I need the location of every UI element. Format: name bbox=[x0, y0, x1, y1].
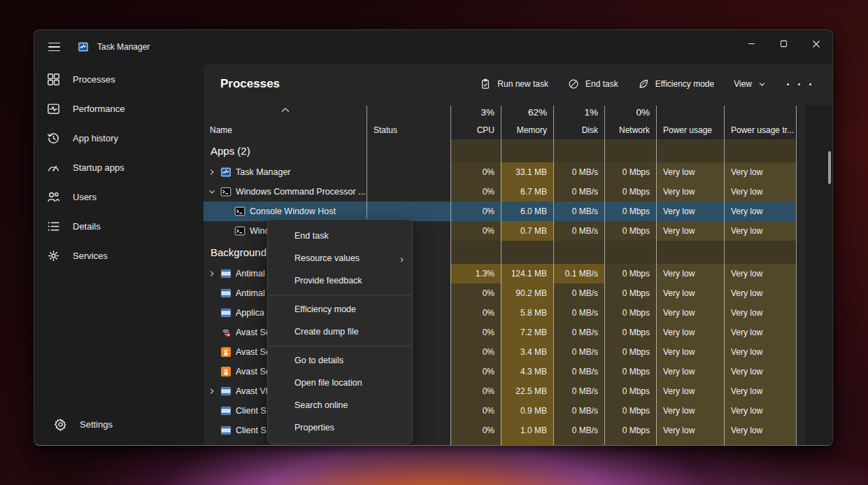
sidebar-item-label: App history bbox=[73, 133, 118, 143]
column-header-power[interactable]: Power usage bbox=[656, 106, 724, 139]
scrollbar-thumb[interactable] bbox=[828, 151, 831, 184]
sidebar-item-app-history[interactable]: App history bbox=[41, 124, 197, 152]
sidebar-item-label: Users bbox=[73, 192, 97, 202]
memory-cell: 22.5 MB bbox=[501, 381, 553, 401]
process-name: Antimal bbox=[236, 269, 265, 279]
network-cell: 0 Mbps bbox=[604, 362, 656, 381]
name-cell: Windows Command Processor ... bbox=[204, 182, 367, 202]
trend-cell bbox=[724, 241, 796, 264]
chevron-placeholder bbox=[206, 346, 218, 358]
sidebar-item-startup-apps[interactable]: Startup apps bbox=[41, 153, 197, 181]
group-row[interactable]: Apps (2) bbox=[204, 139, 832, 162]
column-header-memory[interactable]: 62%Memory bbox=[501, 106, 553, 139]
maximize-icon bbox=[780, 40, 788, 48]
sidebar-item-settings[interactable]: Settings bbox=[48, 410, 190, 438]
context-menu-item-create-dump-file[interactable]: Create dump file bbox=[268, 321, 412, 343]
more-options-button[interactable] bbox=[778, 78, 820, 90]
disk-cell: 0 MB/s bbox=[553, 421, 604, 440]
column-header-trend[interactable]: Power usage tr... bbox=[724, 106, 796, 139]
menu-item-label: Resource values bbox=[294, 253, 360, 263]
context-menu-item-properties[interactable]: Properties bbox=[268, 416, 412, 439]
column-header-name[interactable]: Name bbox=[204, 106, 367, 139]
titlebar: Task Manager bbox=[34, 30, 832, 64]
sidebar-item-label: Settings bbox=[80, 419, 113, 430]
disk-cell: 0 MB/s bbox=[553, 381, 604, 401]
memory-cell: 124.1 MB bbox=[501, 264, 553, 283]
sidebar-item-label: Performance bbox=[73, 104, 124, 114]
sidebar-item-users[interactable]: Users bbox=[41, 183, 197, 211]
sidebar-item-label: Details bbox=[73, 221, 101, 232]
network-cell: 0 Mbps bbox=[604, 401, 656, 421]
trend-cell: Very low bbox=[724, 182, 796, 202]
menu-divider bbox=[269, 346, 411, 346]
maximize-button[interactable] bbox=[768, 30, 800, 58]
end-task-button[interactable]: End task bbox=[561, 73, 625, 94]
hamburger-icon bbox=[48, 40, 60, 55]
context-menu-item-open-file-location[interactable]: Open file location bbox=[268, 372, 412, 394]
status-cell bbox=[367, 162, 450, 182]
power-cell: Very low bbox=[656, 323, 724, 342]
context-menu-item-search-online[interactable]: Search online bbox=[268, 394, 412, 416]
sidebar-item-services[interactable]: Services bbox=[41, 241, 197, 269]
processes-icon bbox=[47, 73, 60, 86]
table-row[interactable]: Windows Command Processor ...0%6.7 MB0 M… bbox=[204, 182, 832, 202]
cpu-cell: 1.3% bbox=[450, 264, 501, 283]
trend-cell: Very low bbox=[724, 162, 796, 182]
vertical-scrollbar[interactable] bbox=[805, 106, 832, 445]
disk-cell: 0 MB/s bbox=[553, 362, 604, 381]
settings-icon bbox=[54, 418, 67, 431]
table-row[interactable]: Console Window Host0%6.0 MB0 MB/s0 MbpsV… bbox=[204, 202, 832, 221]
sidebar-item-processes[interactable]: Processes bbox=[41, 65, 197, 93]
process-name: Applica bbox=[236, 308, 264, 318]
cpu-cell: 0% bbox=[450, 381, 501, 401]
cmd-icon bbox=[234, 225, 246, 237]
context-menu-item-resource-values[interactable]: Resource values› bbox=[268, 247, 412, 269]
cpu-cell bbox=[450, 139, 501, 162]
trend-cell: Very low bbox=[724, 264, 796, 283]
navigation-menu-button[interactable] bbox=[40, 35, 68, 59]
close-button[interactable] bbox=[800, 30, 832, 58]
column-header-status[interactable]: Status bbox=[367, 106, 450, 139]
network-cell: 0 Mbps bbox=[604, 182, 656, 202]
collapse-chevron-icon[interactable] bbox=[206, 186, 218, 197]
process-name: Avast Vl bbox=[236, 386, 268, 396]
context-menu-item-provide-feedback[interactable]: Provide feedback bbox=[268, 269, 412, 292]
app-identity: Task Manager bbox=[78, 41, 150, 52]
process-name: Avast Se bbox=[236, 367, 271, 377]
expand-chevron-icon[interactable] bbox=[206, 268, 218, 279]
cpu-cell: 0% bbox=[450, 440, 501, 445]
cpu-cell: 0% bbox=[450, 342, 501, 362]
memory-cell bbox=[501, 241, 553, 264]
expand-chevron-icon[interactable] bbox=[206, 167, 218, 178]
menu-item-label: Provide feedback bbox=[294, 276, 362, 286]
cmd-icon bbox=[234, 206, 246, 217]
column-header-cpu[interactable]: 3%CPU bbox=[450, 106, 501, 139]
column-total-cpu: 3% bbox=[481, 107, 495, 118]
app-generic-icon bbox=[220, 405, 232, 416]
run-new-task-button[interactable]: Run new task bbox=[473, 73, 555, 94]
memory-cell: 33.1 MB bbox=[501, 162, 553, 182]
trend-cell: Very low bbox=[724, 440, 796, 445]
context-menu-item-end-task[interactable]: End task bbox=[268, 225, 412, 247]
memory-cell: 90.2 MB bbox=[501, 283, 553, 303]
context-menu-item-efficiency-mode[interactable]: Efficiency mode bbox=[268, 298, 412, 321]
column-header-disk[interactable]: 1%Disk bbox=[553, 106, 604, 139]
sidebar-item-performance[interactable]: Performance bbox=[41, 94, 197, 122]
toolbar: Run new taskEnd taskEfficiency modeView bbox=[473, 73, 832, 94]
efficiency-mode-button[interactable]: Efficiency mode bbox=[631, 73, 722, 94]
context-menu: End taskResource values›Provide feedback… bbox=[267, 219, 413, 444]
cpu-cell: 0% bbox=[450, 323, 501, 342]
disk-cell: 0 MB/s bbox=[553, 401, 604, 421]
view-button[interactable]: View bbox=[727, 74, 773, 94]
table-row[interactable]: Task Manager0%33.1 MB0 MB/s0 MbpsVery lo… bbox=[204, 162, 832, 182]
minimize-button[interactable] bbox=[736, 30, 768, 58]
cpu-cell: 0% bbox=[450, 162, 501, 182]
network-cell: 0 Mbps bbox=[604, 162, 656, 182]
context-menu-item-go-to-details[interactable]: Go to details bbox=[268, 349, 412, 372]
sidebar-item-details[interactable]: Details bbox=[41, 212, 197, 240]
expand-chevron-icon[interactable] bbox=[206, 386, 218, 397]
name-cell: Task Manager bbox=[204, 162, 367, 182]
performance-icon bbox=[47, 102, 60, 115]
network-cell: 0 Mbps bbox=[604, 221, 656, 241]
column-header-network[interactable]: 0%Network bbox=[604, 106, 656, 139]
